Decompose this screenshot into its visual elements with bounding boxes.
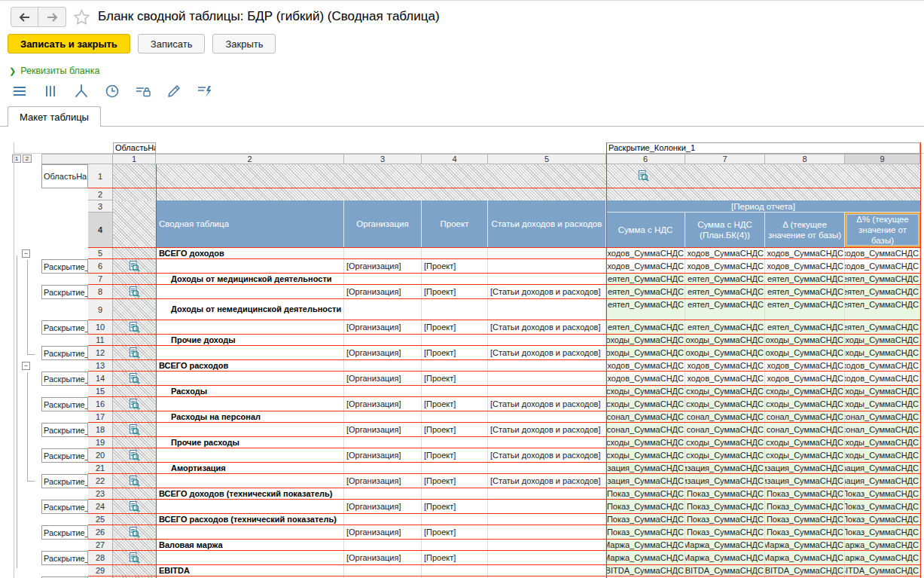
amount-cell[interactable]: Показ_СуммаСНДС bbox=[765, 514, 845, 524]
project-cell[interactable] bbox=[422, 514, 488, 524]
forward-button[interactable] bbox=[38, 7, 66, 27]
service-cell[interactable] bbox=[113, 372, 156, 385]
group-label[interactable]: Раскрытие_ bbox=[41, 423, 88, 437]
org-cell[interactable] bbox=[344, 360, 422, 371]
org-cell[interactable] bbox=[344, 514, 422, 524]
indicator-label-cell[interactable] bbox=[156, 448, 344, 462]
amount-cell[interactable]: BITDA_СуммаСНДС bbox=[845, 565, 920, 576]
org-cell[interactable] bbox=[344, 437, 422, 448]
view-settings-icon[interactable] bbox=[129, 424, 140, 436]
org-cell[interactable] bbox=[344, 386, 422, 396]
amount-cell[interactable]: сонал_СуммаСНДС bbox=[765, 423, 845, 436]
amount-cell[interactable]: сходы_СуммаСНДС bbox=[845, 386, 920, 396]
amount-cell[interactable]: еятел_СуммаСНДС bbox=[685, 299, 765, 320]
project-cell[interactable]: [Проект] bbox=[422, 259, 488, 273]
amount-cell[interactable]: ходов_СуммаСНДС bbox=[765, 360, 845, 371]
group-level-1-button[interactable]: 1 bbox=[12, 154, 21, 163]
amount-cell[interactable]: Маржа_СуммаСНДС bbox=[685, 540, 765, 550]
project-cell[interactable]: [Проект] bbox=[422, 551, 488, 564]
amount-cell[interactable]: сходы_СуммаСНДС bbox=[606, 397, 685, 411]
service-cell[interactable] bbox=[113, 360, 156, 371]
project-cell[interactable]: [Проект] bbox=[422, 320, 488, 334]
items-cell[interactable]: [Статьи доходов и расходов] bbox=[488, 346, 606, 359]
autofill-fields-icon[interactable] bbox=[196, 82, 214, 100]
service-cell[interactable] bbox=[113, 285, 156, 298]
service-cell[interactable] bbox=[113, 514, 156, 524]
amount-cell[interactable]: Показ_СуммаСНДС bbox=[845, 514, 920, 524]
amount-cell[interactable]: еятел_СуммаСНДС bbox=[685, 285, 765, 298]
amount-cell[interactable]: изация_СуммаСНДС bbox=[765, 463, 845, 473]
column-header-3[interactable]: 3 bbox=[344, 154, 422, 164]
items-cell[interactable] bbox=[488, 525, 606, 539]
blank-requisites-link[interactable]: ❯ Реквизиты бланка bbox=[9, 66, 99, 76]
row-area-name[interactable]: ОбластьНа bbox=[113, 142, 156, 154]
project-cell[interactable]: [Проект] bbox=[422, 372, 488, 385]
project-cell[interactable] bbox=[422, 274, 488, 284]
close-button[interactable]: Закрыть bbox=[212, 34, 276, 54]
items-cell[interactable] bbox=[488, 551, 606, 564]
amount-cell[interactable]: ходов_СуммаСНДС bbox=[765, 259, 845, 273]
project-cell[interactable]: [Проект] bbox=[422, 346, 488, 359]
selected-measure-header-cell[interactable]: Δ% (текущее значение от базы) bbox=[845, 213, 920, 247]
amount-cell[interactable]: ходов_СуммаСНДС bbox=[606, 372, 685, 385]
amount-cell[interactable]: сходы_СуммаСНДС bbox=[765, 397, 845, 411]
amount-cell[interactable]: BITDA_СуммаСНДС bbox=[685, 565, 765, 576]
amount-cell[interactable]: сонал_СуммаСНДС bbox=[685, 411, 765, 422]
service-cell[interactable] bbox=[113, 346, 156, 359]
amount-cell[interactable]: сходы_СуммаСНДС bbox=[685, 397, 765, 411]
amount-cell[interactable]: ходов_СуммаСНДС bbox=[765, 372, 845, 385]
items-cell[interactable] bbox=[488, 411, 606, 422]
column-header-7[interactable]: 7 bbox=[685, 154, 765, 164]
view-settings-icon[interactable] bbox=[638, 170, 649, 182]
indicator-label-cell[interactable]: ВСЕГО расходов (технический показатель) bbox=[156, 514, 344, 524]
edit-pencil-icon[interactable] bbox=[165, 82, 183, 100]
group-label[interactable]: Раскрытие_ bbox=[41, 372, 88, 386]
amount-cell[interactable]: еятел_СуммаСНДС bbox=[845, 299, 920, 320]
items-cell[interactable] bbox=[488, 437, 606, 448]
service-cell[interactable] bbox=[113, 386, 156, 396]
items-cell[interactable]: [Статьи доходов и расходов] bbox=[488, 474, 606, 488]
project-cell[interactable]: [Проект] bbox=[422, 285, 488, 298]
amount-cell[interactable]: еятел_СуммаСНДС bbox=[606, 320, 685, 334]
measure-header-cell[interactable]: Сумма с НДС bbox=[606, 213, 685, 247]
amount-cell[interactable]: Показ_СуммаСНДС bbox=[765, 500, 845, 513]
group-label[interactable]: Раскрытие_ bbox=[41, 474, 88, 488]
amount-cell[interactable]: оходы_СуммаСНДС bbox=[845, 335, 920, 345]
row-number[interactable]: 10 bbox=[88, 320, 113, 334]
indicator-label-cell[interactable]: ВСЕГО доходов bbox=[156, 248, 344, 258]
row-number[interactable]: 27 bbox=[88, 540, 113, 550]
org-cell[interactable] bbox=[344, 335, 422, 345]
view-settings-icon[interactable] bbox=[129, 322, 140, 333]
amount-cell[interactable]: изация_СуммаСНДС bbox=[845, 463, 920, 473]
project-cell[interactable]: [Проект] bbox=[422, 525, 488, 539]
row-number[interactable]: 5 bbox=[88, 248, 113, 258]
org-cell[interactable]: [Организация] bbox=[344, 448, 422, 462]
row-number[interactable]: 7 bbox=[88, 274, 113, 284]
amount-cell[interactable]: Маржа_СуммаСНДС bbox=[765, 540, 845, 550]
amount-cell[interactable]: сонал_СуммаСНДС bbox=[606, 423, 685, 436]
amount-cell[interactable]: еятел_СуммаСНДС bbox=[845, 274, 920, 284]
service-cell[interactable] bbox=[113, 565, 156, 576]
project-cell[interactable] bbox=[422, 335, 488, 345]
items-cell[interactable]: [Статьи доходов и расходов] bbox=[488, 423, 606, 436]
amount-cell[interactable]: еятел_СуммаСНДС bbox=[606, 285, 685, 298]
amount-cell[interactable]: оходы_СуммаСНДС bbox=[685, 335, 765, 345]
service-cell[interactable] bbox=[113, 488, 156, 499]
row-number[interactable]: 26 bbox=[88, 525, 113, 539]
amount-cell[interactable]: Показ_СуммаСНДС bbox=[765, 525, 845, 539]
view-settings-icon[interactable] bbox=[129, 373, 140, 384]
junction-icon[interactable] bbox=[72, 82, 90, 100]
org-cell[interactable]: [Организация] bbox=[344, 423, 422, 436]
view-settings-icon[interactable] bbox=[129, 501, 140, 512]
row-number[interactable]: 29 bbox=[88, 565, 113, 576]
amount-cell[interactable]: ходов_СуммаСНДС bbox=[845, 248, 920, 258]
indicator-label-cell[interactable] bbox=[156, 500, 344, 513]
service-cell[interactable] bbox=[113, 474, 156, 488]
project-cell[interactable] bbox=[422, 488, 488, 499]
amount-cell[interactable]: изация_СуммаСНДС bbox=[606, 463, 685, 473]
items-cell[interactable] bbox=[488, 514, 606, 524]
amount-cell[interactable]: сонал_СуммаСНДС bbox=[845, 423, 920, 436]
amount-cell[interactable]: сходы_СуммаСНДС bbox=[765, 448, 845, 462]
amount-cell[interactable]: Показ_СуммаСНДС bbox=[606, 500, 685, 513]
amount-cell[interactable]: сонал_СуммаСНДС bbox=[606, 411, 685, 422]
